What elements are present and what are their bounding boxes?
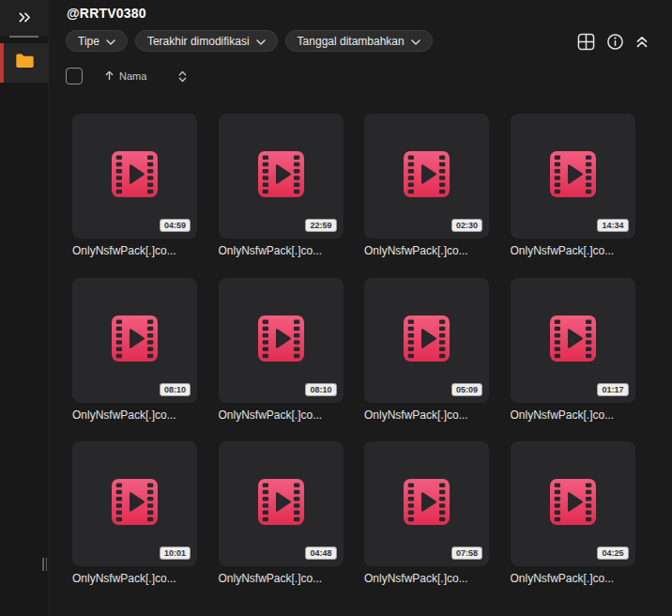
duration-badge: 14:34 bbox=[597, 219, 628, 232]
video-file-icon bbox=[550, 479, 596, 529]
file-name: OnlyNsfwPack[.]co... bbox=[219, 572, 344, 585]
file-card[interactable]: 04:25 OnlyNsfwPack[.]co... bbox=[511, 441, 635, 585]
file-card[interactable]: 22:59 OnlyNsfwPack[.]co... bbox=[219, 114, 344, 257]
file-thumbnail: 04:59 bbox=[72, 114, 197, 239]
file-grid: 04:59 OnlyNsfwPack[.]co... bbox=[72, 114, 635, 585]
sidebar-resize-handle[interactable] bbox=[42, 558, 47, 571]
collapse-all-icon[interactable] bbox=[635, 35, 649, 49]
file-name: OnlyNsfwPack[.]co... bbox=[511, 572, 635, 585]
chevron-down-icon bbox=[411, 35, 420, 48]
file-card[interactable]: 04:48 OnlyNsfwPack[.]co... bbox=[219, 441, 344, 585]
filter-chip-type[interactable]: Tipe bbox=[66, 30, 128, 52]
file-card[interactable]: 14:34 OnlyNsfwPack[.]co... bbox=[511, 114, 635, 257]
file-thumbnail: 05:09 bbox=[364, 278, 489, 403]
duration-badge: 04:48 bbox=[305, 547, 336, 560]
video-file-icon bbox=[258, 479, 304, 529]
folder-icon bbox=[15, 53, 35, 73]
filter-chip-date-added[interactable]: Tanggal ditambahkan bbox=[285, 30, 433, 52]
file-thumbnail: 10:01 bbox=[72, 441, 197, 566]
duration-badge: 22:59 bbox=[305, 219, 336, 232]
file-card[interactable]: 07:58 OnlyNsfwPack[.]co... bbox=[364, 441, 489, 585]
duration-badge: 07:58 bbox=[451, 547, 482, 560]
file-name: OnlyNsfwPack[.]co... bbox=[511, 244, 635, 257]
info-icon[interactable] bbox=[606, 33, 624, 51]
chevron-down-icon bbox=[256, 35, 266, 48]
video-file-icon bbox=[258, 151, 304, 201]
file-thumbnail: 08:10 bbox=[72, 278, 197, 403]
file-name: OnlyNsfwPack[.]co... bbox=[72, 244, 197, 257]
file-thumbnail: 07:58 bbox=[364, 441, 489, 566]
file-thumbnail: 14:34 bbox=[511, 114, 635, 239]
file-card[interactable]: 05:09 OnlyNsfwPack[.]co... bbox=[364, 278, 489, 422]
header-actions bbox=[577, 31, 649, 52]
file-card[interactable]: 02:30 OnlyNsfwPack[.]co... bbox=[364, 114, 489, 257]
file-card[interactable]: 08:10 OnlyNsfwPack[.]co... bbox=[72, 278, 197, 422]
video-file-icon bbox=[404, 479, 450, 529]
file-card[interactable]: 01:17 OnlyNsfwPack[.]co... bbox=[511, 278, 635, 422]
file-name: OnlyNsfwPack[.]co... bbox=[72, 572, 197, 585]
chevrons-right-icon bbox=[18, 10, 32, 27]
video-file-icon bbox=[404, 151, 450, 201]
file-card[interactable]: 08:10 OnlyNsfwPack[.]co... bbox=[219, 278, 344, 422]
sidebar bbox=[0, 0, 49, 616]
video-file-icon bbox=[550, 151, 596, 201]
arrow-up-icon bbox=[104, 68, 115, 85]
file-thumbnail: 04:25 bbox=[511, 441, 635, 566]
filter-chip-label: Tipe bbox=[78, 35, 99, 48]
duration-badge: 05:09 bbox=[451, 383, 482, 396]
selection-indicator bbox=[0, 43, 4, 83]
sort-by-name[interactable]: Nama bbox=[104, 68, 146, 85]
video-file-icon bbox=[258, 316, 304, 365]
duration-badge: 10:01 bbox=[160, 547, 191, 560]
file-thumbnail: 04:48 bbox=[219, 441, 344, 566]
file-name: OnlyNsfwPack[.]co... bbox=[72, 408, 197, 422]
sidebar-item-folder[interactable] bbox=[0, 43, 49, 83]
video-file-icon bbox=[112, 316, 158, 365]
sidebar-expand-button[interactable] bbox=[0, 0, 49, 37]
list-header: Nama bbox=[66, 67, 187, 85]
file-name: OnlyNsfwPack[.]co... bbox=[511, 408, 635, 422]
duration-badge: 04:25 bbox=[597, 547, 628, 560]
filter-chip-last-modified[interactable]: Terakhir dimodifikasi bbox=[135, 30, 278, 52]
file-thumbnail: 02:30 bbox=[364, 114, 489, 239]
grid-view-icon[interactable] bbox=[577, 33, 595, 51]
chevron-down-icon bbox=[106, 35, 115, 48]
video-file-icon bbox=[550, 316, 596, 365]
file-thumbnail: 22:59 bbox=[219, 114, 344, 239]
file-name: OnlyNsfwPack[.]co... bbox=[364, 572, 489, 585]
main-content: @RRTV0380 Tipe Terakhir dimodifikasi Tan… bbox=[50, 0, 672, 616]
file-thumbnail: 08:10 bbox=[219, 278, 344, 403]
file-name: OnlyNsfwPack[.]co... bbox=[219, 244, 344, 257]
duration-badge: 02:30 bbox=[451, 219, 482, 232]
video-file-icon bbox=[112, 151, 158, 201]
duration-badge: 08:10 bbox=[305, 383, 336, 396]
sort-label: Nama bbox=[119, 70, 146, 82]
file-name: OnlyNsfwPack[.]co... bbox=[364, 408, 489, 422]
file-thumbnail: 01:17 bbox=[511, 278, 635, 403]
file-name: OnlyNsfwPack[.]co... bbox=[364, 244, 489, 257]
duration-badge: 04:59 bbox=[160, 219, 191, 232]
filter-chip-label: Terakhir dimodifikasi bbox=[147, 35, 250, 48]
video-file-icon bbox=[404, 316, 450, 365]
file-name: OnlyNsfwPack[.]co... bbox=[219, 408, 344, 422]
sidebar-divider bbox=[9, 36, 38, 38]
sort-order-toggle-icon[interactable] bbox=[178, 70, 187, 83]
duration-badge: 08:10 bbox=[160, 383, 191, 396]
select-all-checkbox[interactable] bbox=[66, 68, 83, 85]
file-card[interactable]: 04:59 OnlyNsfwPack[.]co... bbox=[72, 114, 197, 257]
file-card[interactable]: 10:01 OnlyNsfwPack[.]co... bbox=[72, 441, 197, 585]
filter-chip-label: Tanggal ditambahkan bbox=[298, 35, 405, 48]
filter-bar: Tipe Terakhir dimodifikasi Tanggal ditam… bbox=[66, 30, 433, 52]
page-title: @RRTV0380 bbox=[67, 6, 146, 21]
duration-badge: 01:17 bbox=[597, 383, 628, 396]
video-file-icon bbox=[112, 479, 158, 529]
